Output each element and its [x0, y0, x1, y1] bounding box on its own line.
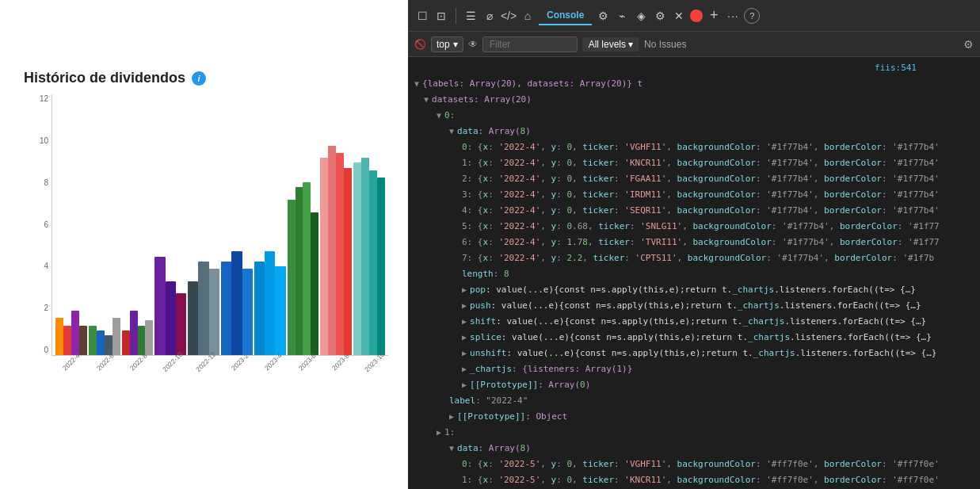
help-icon[interactable]: ?	[744, 8, 760, 24]
console-line-text: 7: {x: '2022-4', y: 2.2, ticker: 'CPTS11…	[462, 251, 974, 266]
y-axis: 0 2 4 6 8 10 12	[24, 94, 51, 356]
bar	[97, 330, 105, 355]
bar	[55, 318, 63, 355]
expand-arrow[interactable]	[462, 346, 467, 361]
bar	[130, 311, 138, 355]
console-line: datasets: Array(20)	[408, 92, 980, 108]
console-line: push: value(...e){const n=s.apply(this,e…	[408, 298, 980, 314]
bar	[122, 330, 130, 355]
console-line: [[Prototype]]: Array(0)	[408, 377, 980, 393]
bar	[154, 257, 165, 355]
console-line-text: splice: value(...e){const n=s.apply(this…	[470, 330, 974, 345]
console-clear-icon[interactable]: 🚫	[414, 39, 426, 50]
console-line-text: length: 8	[462, 267, 974, 281]
expand-arrow[interactable]	[462, 299, 467, 313]
elements-icon[interactable]: ☰	[463, 8, 479, 24]
slash-icon[interactable]: ⌀	[482, 8, 498, 24]
expand-arrow[interactable]	[437, 426, 441, 440]
bar-group	[288, 182, 319, 355]
devtools-panel: ☐ ⊡ ☰ ⌀ </> ⌂ Console ⚙ ⌁ ◈ ⚙ ✕ + ··· ? …	[408, 0, 980, 489]
expand-arrow[interactable]	[462, 315, 467, 329]
no-issues-label: No Issues	[644, 39, 686, 50]
expand-arrow[interactable]	[462, 330, 467, 345]
expand-arrow[interactable]	[449, 441, 454, 456]
bar	[231, 251, 242, 355]
wifi-icon[interactable]: ⌁	[614, 8, 630, 24]
expand-arrow[interactable]	[424, 93, 429, 107]
top-dropdown[interactable]: top ▾	[431, 36, 463, 52]
bars-area	[51, 94, 388, 356]
home-icon[interactable]: ⌂	[520, 8, 536, 24]
console-line-text: 1: {x: '2022-4', y: 0, ticker: 'KNCR11',…	[462, 156, 974, 170]
all-levels-arrow: ▾	[628, 39, 633, 50]
console-line-text: 0: {x: '2022-4', y: 0, ticker: 'VGHF11',…	[462, 140, 974, 155]
expand-arrow[interactable]	[449, 410, 454, 424]
chart-title: Histórico de dividendos	[24, 70, 185, 86]
tab-console[interactable]: Console	[539, 6, 592, 25]
expand-arrow[interactable]	[462, 283, 467, 297]
console-toolbar: 🚫 top ▾ 👁 All levels ▾ No Issues ⚙	[408, 32, 980, 57]
console-line-text: 6: {x: '2022-4', y: 1.78, ticker: 'TVRI1…	[462, 235, 974, 250]
console-line: 0: {x: '2022-5', y: 0, ticker: 'VGHF11',…	[408, 457, 980, 472]
expand-arrow[interactable]	[437, 109, 441, 123]
device-icon[interactable]: ⊡	[433, 8, 449, 24]
expand-arrow[interactable]	[414, 77, 419, 91]
bar-group	[154, 257, 186, 355]
eye-icon[interactable]: 👁	[468, 39, 478, 50]
console-settings-icon[interactable]: ⚙	[963, 38, 974, 51]
console-line: splice: value(...e){const n=s.apply(this…	[408, 330, 980, 346]
bar	[242, 269, 253, 355]
bar	[275, 266, 285, 355]
more-options-icon[interactable]: ···	[725, 8, 741, 24]
console-line-text: 0:	[444, 109, 974, 123]
bar	[377, 178, 385, 355]
console-output[interactable]: fiis:541 {labels: Array(20), datasets: A…	[408, 57, 980, 489]
info-icon[interactable]: i	[192, 71, 206, 86]
bar-group	[254, 251, 286, 355]
console-line: 0: {x: '2022-4', y: 0, ticker: 'VGHF11',…	[408, 139, 980, 155]
console-line: 7: {x: '2022-4', y: 2.2, ticker: 'CPTS11…	[408, 250, 980, 266]
console-line-text: 2: {x: '2022-4', y: 0, ticker: 'FGAA11',…	[462, 172, 974, 186]
console-line: 3: {x: '2022-4', y: 0, ticker: 'IRDM11',…	[408, 187, 980, 203]
bar	[320, 158, 328, 355]
bar	[89, 326, 97, 355]
debug-icon[interactable]: ⚙	[595, 8, 611, 24]
expand-arrow[interactable]	[462, 378, 467, 392]
expand-arrow[interactable]	[449, 124, 454, 139]
chart-panel: Histórico de dividendos i 0 2 4 6 8 10 1…	[0, 0, 408, 489]
close-icon[interactable]: ✕	[671, 8, 687, 24]
console-line-text: 0: {x: '2022-5', y: 0, ticker: 'VGHF11',…	[462, 457, 974, 472]
bar	[198, 262, 208, 355]
bar-group	[188, 262, 219, 355]
console-line: {labels: Array(20), datasets: Array(20)}…	[408, 76, 980, 92]
inspect-icon[interactable]: ☐	[414, 8, 430, 24]
file-link[interactable]: fiis:541	[875, 61, 917, 75]
code-icon[interactable]: </>	[501, 8, 517, 24]
all-levels-button[interactable]: All levels ▾	[582, 37, 639, 52]
bar	[303, 182, 311, 355]
console-line-text: data: Array(8)	[457, 124, 974, 139]
console-line: label: "2022-4"	[408, 393, 980, 409]
console-line: length: 8	[408, 266, 980, 282]
console-line-text: push: value(...e){const n=s.apply(this,e…	[470, 299, 974, 313]
expand-arrow[interactable]	[462, 362, 467, 376]
x-labels: 2022-42022-62022-82022-102022-122023-220…	[51, 356, 388, 395]
add-icon[interactable]: +	[706, 8, 722, 24]
bar	[328, 146, 336, 355]
bar	[311, 212, 318, 355]
console-line: 1:	[408, 425, 980, 441]
bar	[265, 251, 275, 355]
console-line: shift: value(...e){const n=s.apply(this,…	[408, 314, 980, 330]
console-line-text: [[Prototype]]: Array(0)	[470, 378, 974, 392]
console-line: 2: {x: '2022-4', y: 0, ticker: 'FGAA11',…	[408, 171, 980, 187]
console-line: 6: {x: '2022-4', y: 1.78, ticker: 'TVRI1…	[408, 235, 980, 250]
console-line-text: 1:	[444, 426, 974, 440]
record-button[interactable]	[690, 10, 703, 22]
settings-icon[interactable]: ⚙	[652, 8, 668, 24]
console-line: pop: value(...e){const n=s.apply(this,e)…	[408, 282, 980, 298]
console-line: data: Array(8)	[408, 441, 980, 457]
performance-icon[interactable]: ◈	[633, 8, 649, 24]
bar	[63, 326, 71, 355]
console-line: 5: {x: '2022-4', y: 0.68, ticker: 'SNLG1…	[408, 219, 980, 235]
filter-input[interactable]	[482, 36, 578, 52]
